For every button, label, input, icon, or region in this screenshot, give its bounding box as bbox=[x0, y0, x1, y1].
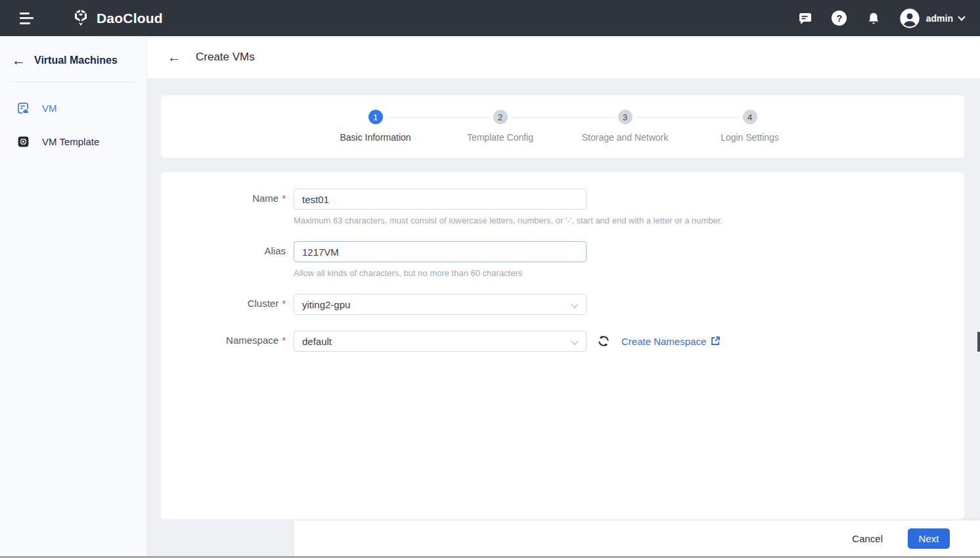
bell-icon[interactable] bbox=[865, 10, 882, 27]
basic-information-form: Name* Maximum 63 characters, must consis… bbox=[161, 172, 964, 519]
step-basic-information: 1 Basic Information bbox=[313, 110, 438, 143]
main-area: ← Create VMs 1 Basic Information 2 Templ… bbox=[147, 36, 980, 558]
name-hint: Maximum 63 characters, must consist of l… bbox=[294, 216, 723, 225]
stepper: 1 Basic Information 2 Template Config 3 … bbox=[161, 95, 964, 158]
alias-hint: Allow all kinds of characters, but no mo… bbox=[294, 268, 587, 278]
message-icon[interactable] bbox=[797, 10, 814, 27]
cluster-select[interactable]: yiting2-gpu bbox=[294, 294, 587, 315]
required-marker: * bbox=[282, 335, 286, 346]
next-button[interactable]: Next bbox=[908, 528, 950, 549]
refresh-icon[interactable] bbox=[596, 334, 611, 348]
chevron-down-icon bbox=[958, 13, 965, 20]
user-menu[interactable]: admin bbox=[899, 8, 964, 29]
field-label: Namespace* bbox=[161, 331, 286, 346]
alias-input[interactable] bbox=[294, 241, 587, 262]
page-back-icon[interactable]: ← bbox=[167, 51, 181, 64]
step-template-config: 2 Template Config bbox=[438, 110, 563, 143]
required-marker: * bbox=[282, 298, 286, 309]
cluster-select-value: yiting2-gpu bbox=[302, 299, 350, 310]
sidebar-item-vm[interactable]: VM bbox=[0, 91, 146, 125]
daocloud-logo-icon bbox=[71, 9, 91, 28]
field-label: Cluster* bbox=[161, 294, 286, 309]
page-title: Create VMs bbox=[196, 51, 255, 64]
step-number: 1 bbox=[368, 110, 383, 124]
help-icon[interactable]: ? bbox=[831, 10, 848, 27]
step-label: Template Config bbox=[467, 132, 533, 143]
form-row-alias: Alias Allow all kinds of characters, but… bbox=[161, 241, 964, 278]
vm-icon bbox=[16, 101, 30, 115]
step-login-settings: 4 Login Settings bbox=[688, 110, 813, 143]
vm-template-icon bbox=[16, 135, 30, 149]
form-row-cluster: Cluster* yiting2-gpu bbox=[161, 294, 964, 315]
sidebar-item-vm-template[interactable]: VM Template bbox=[0, 125, 146, 158]
name-input[interactable] bbox=[294, 189, 587, 210]
content: 1 Basic Information 2 Template Config 3 … bbox=[147, 79, 980, 558]
cancel-button[interactable]: Cancel bbox=[852, 533, 883, 544]
step-number: 3 bbox=[618, 110, 633, 124]
create-namespace-link[interactable]: Create Namespace bbox=[621, 336, 721, 347]
step-label: Basic Information bbox=[340, 132, 411, 143]
brand-name: DaoCloud bbox=[97, 11, 163, 26]
chevron-down-icon bbox=[571, 337, 578, 344]
top-navbar: DaoCloud ? bbox=[0, 0, 980, 36]
step-label: Storage and Network bbox=[582, 132, 669, 143]
form-row-namespace: Namespace* default bbox=[161, 331, 964, 352]
field-label: Alias bbox=[161, 241, 286, 256]
step-label: Login Settings bbox=[721, 132, 779, 143]
avatar-icon bbox=[899, 8, 920, 29]
form-row-name: Name* Maximum 63 characters, must consis… bbox=[161, 189, 964, 225]
sidebar-item-label: VM bbox=[42, 103, 57, 114]
menu-icon[interactable] bbox=[20, 12, 37, 24]
field-label: Name* bbox=[161, 189, 286, 204]
sidebar-back-icon[interactable]: ← bbox=[12, 53, 26, 67]
step-number: 4 bbox=[743, 110, 757, 124]
sidebar: ← Virtual Machines VM bbox=[0, 36, 147, 558]
sidebar-item-label: VM Template bbox=[42, 136, 99, 147]
vertical-scrollbar[interactable] bbox=[977, 332, 980, 352]
chevron-down-icon bbox=[571, 300, 578, 308]
user-name: admin bbox=[926, 13, 953, 24]
wizard-footer: Cancel Next bbox=[294, 521, 980, 556]
step-storage-and-network: 3 Storage and Network bbox=[563, 110, 688, 143]
namespace-select[interactable]: default bbox=[294, 331, 587, 352]
step-number: 2 bbox=[493, 110, 508, 124]
namespace-select-value: default bbox=[302, 336, 332, 347]
sidebar-title: Virtual Machines bbox=[34, 55, 118, 66]
external-link-icon bbox=[710, 336, 721, 346]
brand: DaoCloud bbox=[71, 9, 163, 28]
page-header: ← Create VMs bbox=[147, 36, 980, 79]
required-marker: * bbox=[282, 193, 286, 204]
